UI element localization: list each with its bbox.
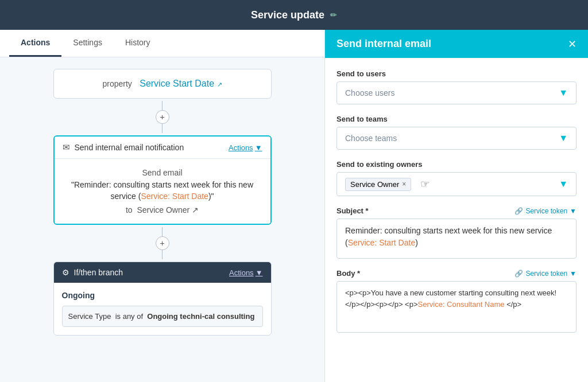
if-then-body: Ongoing Service Type is any of Ongoing t… <box>54 283 271 335</box>
service-type-value: Ongoing techni-cal consulting <box>147 312 254 321</box>
body-token-arrow-icon: ▼ <box>570 270 577 278</box>
token-icon: 🔗 <box>514 207 523 215</box>
if-then-header: ⚙ If/then branch Actions ▼ <box>54 262 271 283</box>
send-to-teams-placeholder: Choose teams <box>345 134 397 143</box>
if-then-actions-dropdown[interactable]: Actions ▼ <box>229 268 263 277</box>
email-to-text: to Service Owner ↗ <box>64 205 261 215</box>
body-service-token-btn[interactable]: 🔗 Service token ▼ <box>514 270 577 278</box>
remove-owner-tag-btn[interactable]: × <box>402 180 406 188</box>
cursor-icon: ☞ <box>420 178 430 190</box>
send-to-owners-select[interactable]: Service Owner × ☞ ▼ <box>336 172 577 196</box>
token-arrow-icon: ▼ <box>570 207 577 215</box>
left-panel: Actions Settings History property Servic… <box>0 30 324 382</box>
service-start-date-link[interactable]: Service Start Date <box>140 79 214 88</box>
email-subject-text: "Reminder: consulting starts next week f… <box>64 180 261 202</box>
page-title: Service update <box>251 9 324 21</box>
close-button[interactable]: ✕ <box>568 39 577 49</box>
property-card-text: property <box>103 79 132 88</box>
body-link-text: Service: Consultant Name <box>418 300 505 309</box>
subject-service-token-btn[interactable]: 🔗 Service token ▼ <box>514 207 577 215</box>
plus-connector-2: + <box>156 227 169 259</box>
if-then-icon: ⚙ <box>62 268 69 277</box>
send-to-users-select[interactable]: Choose users ▼ <box>336 81 577 104</box>
subject-label: Subject * <box>336 206 369 215</box>
body-token-label: Service token <box>525 270 567 278</box>
body-label: Body * <box>336 269 360 278</box>
subject-group: Subject * 🔗 Service token ▼ Reminder: co… <box>336 206 577 259</box>
subject-header: Subject * 🔗 Service token ▼ <box>336 206 577 215</box>
token-label: Service token <box>525 207 567 215</box>
drawer-header: Send internal email ✕ <box>325 30 588 58</box>
send-to-owners-label: Send to existing owners <box>336 160 577 169</box>
send-to-users-label: Send to users <box>336 69 577 78</box>
send-to-teams-select[interactable]: Choose teams ▼ <box>336 127 577 150</box>
send-to-teams-arrow-icon: ▼ <box>559 133 568 143</box>
email-card-body: Send email "Reminder: consulting starts … <box>55 159 270 224</box>
send-to-users-placeholder: Choose users <box>345 88 394 98</box>
send-to-users-group: Send to users Choose users ▼ <box>336 69 577 104</box>
external-link-icon: ↗ <box>217 81 222 88</box>
service-owner-ext-icon: ↗ <box>192 205 199 215</box>
tab-history[interactable]: History <box>114 30 162 57</box>
email-card-header-left: ✉ Send internal email notification <box>63 142 184 153</box>
right-panel: Send internal email ✕ Send to users Choo… <box>324 30 588 382</box>
email-card-actions-dropdown[interactable]: Actions ▼ <box>229 143 262 152</box>
tab-settings[interactable]: Settings <box>61 30 114 57</box>
if-then-card: ⚙ If/then branch Actions ▼ Ongoing Servi… <box>53 262 272 336</box>
tab-actions[interactable]: Actions <box>9 30 61 57</box>
send-to-owners-group: Send to existing owners Service Owner × … <box>336 160 577 196</box>
main-layout: Actions Settings History property Servic… <box>0 30 588 382</box>
body-input[interactable]: <p><p>You have a new customer starting c… <box>336 281 577 333</box>
tabs-bar: Actions Settings History <box>0 30 324 57</box>
owners-select-arrow-icon: ▼ <box>559 179 568 189</box>
subject-post-text: ) <box>415 238 418 247</box>
service-owner-link[interactable]: Service Owner <box>137 205 189 215</box>
send-to-teams-label: Send to teams <box>336 115 577 123</box>
body-header: Body * 🔗 Service token ▼ <box>336 269 577 278</box>
drawer-body: Send to users Choose users ▼ Send to tea… <box>325 58 588 382</box>
body-group: Body * 🔗 Service token ▼ <p><p>You have … <box>336 269 577 333</box>
send-to-users-arrow-icon: ▼ <box>559 88 568 98</box>
add-step-btn-1[interactable]: + <box>156 110 169 124</box>
add-step-btn-2[interactable]: + <box>156 236 169 250</box>
body-post-text: </p> <box>505 300 522 309</box>
body-token-icon: 🔗 <box>514 270 523 278</box>
subject-input[interactable]: Reminder: consulting starts next week fo… <box>336 219 577 259</box>
subject-link-text: Service: Start Date <box>348 238 416 247</box>
email-card-title: Send internal email notification <box>75 143 184 152</box>
service-type-box: Service Type is any of Ongoing techni-ca… <box>62 306 263 327</box>
plus-connector-1: + <box>156 101 169 133</box>
property-card: property Service Start Date ↗ <box>53 69 272 99</box>
service-type-text: Service Type <box>68 312 111 321</box>
service-owner-tag-label: Service Owner <box>350 180 399 189</box>
edit-icon[interactable]: ✏ <box>330 10 337 20</box>
workflow-canvas: property Service Start Date ↗ + ✉ Send i… <box>0 57 324 382</box>
email-card-header: ✉ Send internal email notification Actio… <box>55 137 270 159</box>
service-owner-tag: Service Owner × <box>345 178 411 191</box>
if-then-header-left: ⚙ If/then branch <box>62 268 123 277</box>
email-action-card: ✉ Send internal email notification Actio… <box>53 135 272 225</box>
drawer-title: Send internal email <box>336 38 431 50</box>
email-icon: ✉ <box>63 142 70 153</box>
if-then-title: If/then branch <box>74 268 123 277</box>
ongoing-label: Ongoing <box>62 291 263 300</box>
send-to-teams-group: Send to teams Choose teams ▼ <box>336 115 577 150</box>
email-send-label: Send email <box>64 168 261 177</box>
top-header: Service update ✏ <box>0 0 588 30</box>
